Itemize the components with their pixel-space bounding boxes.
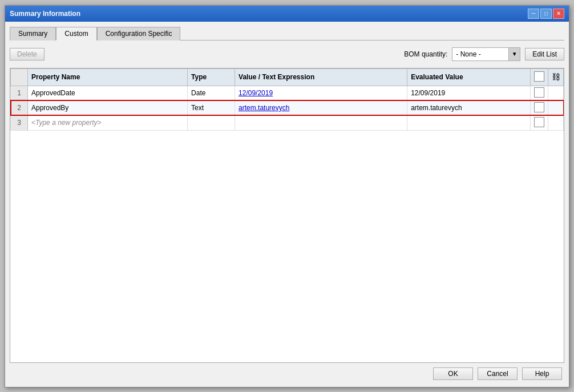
value-expr-link-1[interactable]: 12/09/2019 [239, 89, 273, 97]
link-cell-3 [548, 115, 564, 130]
link-cell-1 [548, 86, 564, 100]
dialog-content: Summary Custom Configuration Specific De… [5, 22, 569, 387]
checkbox-2[interactable] [534, 102, 544, 112]
eval-value-3 [407, 115, 531, 130]
table-row[interactable]: 1 ApprovedDate Date 12/09/2019 12/09/201… [11, 86, 564, 100]
value-expr-3 [235, 115, 407, 130]
new-property-placeholder: <Type a new property> [31, 119, 102, 127]
bom-quantity-label: BOM quantity: [404, 50, 447, 58]
table-row[interactable]: 2 ApprovedBy Text artem.taturevych artem… [11, 100, 564, 115]
toolbar-left: Delete [10, 48, 45, 60]
minimize-button[interactable]: ─ [528, 9, 539, 19]
dropdown-arrow-icon[interactable]: ▼ [508, 48, 520, 60]
cancel-button[interactable]: Cancel [478, 367, 518, 380]
tab-bar: Summary Custom Configuration Specific [10, 26, 564, 41]
checkbox-1[interactable] [534, 87, 544, 98]
col-header-property-name: Property Name [28, 68, 188, 86]
edit-list-button[interactable]: Edit List [525, 48, 564, 60]
table-body: 1 ApprovedDate Date 12/09/2019 12/09/201… [11, 86, 564, 130]
property-name-3[interactable]: <Type a new property> [28, 115, 188, 130]
tab-configuration-specific[interactable]: Configuration Specific [97, 27, 181, 41]
footer: OK Cancel Help [10, 363, 564, 382]
properties-table-wrapper: Property Name Type Value / Text Expressi… [10, 68, 564, 363]
tab-summary[interactable]: Summary [10, 27, 56, 41]
tab-custom[interactable]: Custom [56, 27, 96, 41]
eval-value-2: artem.taturevych [407, 100, 531, 115]
dialog-title: Summary Information [10, 10, 80, 18]
header-checkbox[interactable] [534, 71, 544, 82]
table-header-row: Property Name Type Value / Text Expressi… [11, 68, 564, 86]
checkbox-cell-2[interactable] [531, 100, 548, 115]
maximize-button[interactable]: □ [540, 9, 552, 19]
row-num-2: 2 [11, 100, 28, 115]
checkbox-3[interactable] [534, 117, 544, 127]
title-bar: Summary Information ─ □ ✕ [5, 6, 569, 22]
col-header-type: Type [188, 68, 235, 86]
type-1[interactable]: Date [188, 86, 235, 100]
property-name-2[interactable]: ApprovedBy [28, 100, 188, 115]
checkbox-cell-1[interactable] [531, 86, 548, 100]
type-2[interactable]: Text [188, 100, 235, 115]
toolbar: Delete BOM quantity: - None - ▼ Edit Lis… [10, 45, 564, 63]
delete-button[interactable]: Delete [10, 48, 45, 60]
col-header-num [11, 68, 28, 86]
value-expr-link-2[interactable]: artem.taturevych [239, 104, 289, 112]
close-button[interactable]: ✕ [553, 9, 564, 19]
checkbox-cell-3[interactable] [531, 115, 548, 130]
eval-value-1: 12/09/2019 [407, 86, 531, 100]
properties-table: Property Name Type Value / Text Expressi… [10, 68, 564, 131]
col-header-checkbox [531, 68, 548, 86]
link-cell-2 [548, 100, 564, 115]
value-expr-1[interactable]: 12/09/2019 [235, 86, 407, 100]
bom-quantity-dropdown[interactable]: - None - ▼ [452, 47, 520, 61]
row-num-1: 1 [11, 86, 28, 100]
ok-button[interactable]: OK [433, 367, 473, 380]
link-chain-icon: ⛓ [552, 72, 560, 82]
row-num-3: 3 [11, 115, 28, 130]
bom-quantity-value: - None - [452, 49, 508, 59]
toolbar-right: BOM quantity: - None - ▼ Edit List [404, 47, 564, 61]
table-row[interactable]: 3 <Type a new property> [11, 115, 564, 130]
summary-information-dialog: Summary Information ─ □ ✕ Summary Custom… [5, 5, 569, 387]
property-name-1[interactable]: ApprovedDate [28, 86, 188, 100]
type-3 [188, 115, 235, 130]
value-expr-2[interactable]: artem.taturevych [235, 100, 407, 115]
col-header-value-expr: Value / Text Expression [235, 68, 407, 86]
title-bar-buttons: ─ □ ✕ [528, 9, 564, 19]
col-header-link: ⛓ [548, 68, 564, 86]
help-button[interactable]: Help [522, 367, 562, 380]
col-header-eval-value: Evaluated Value [407, 68, 531, 86]
